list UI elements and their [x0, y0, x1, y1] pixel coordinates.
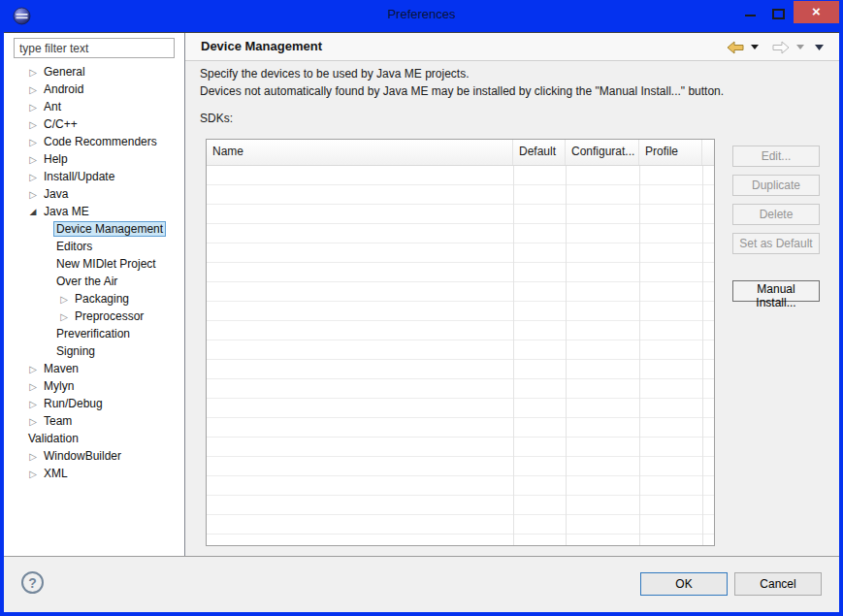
preferences-sidebar: ▷General▷Android▷Ant▷C/C++▷Code Recommen…	[4, 33, 185, 556]
collapsed-triangle-icon[interactable]: ▷	[25, 154, 41, 165]
sidebar-item-label: Help	[41, 151, 71, 167]
sidebar-item-java[interactable]: ▷Java	[4, 185, 183, 203]
sidebar-item-validation[interactable]: Validation	[4, 430, 183, 447]
grid-line	[639, 166, 640, 545]
ok-button[interactable]: OK	[640, 572, 728, 596]
filter-input[interactable]	[14, 38, 175, 58]
collapsed-triangle-icon[interactable]: ▷	[25, 119, 41, 130]
preferences-tree[interactable]: ▷General▷Android▷Ant▷C/C++▷Code Recommen…	[4, 63, 183, 556]
edit-button[interactable]: Edit...	[732, 146, 820, 167]
help-icon[interactable]: ?	[21, 571, 44, 594]
collapsed-triangle-icon[interactable]: ▷	[25, 189, 41, 200]
collapsed-triangle-icon[interactable]: ▷	[25, 469, 41, 479]
collapsed-triangle-icon[interactable]: ▷	[25, 451, 41, 462]
collapsed-triangle-icon[interactable]: ▷	[25, 381, 41, 392]
set-as-default-button[interactable]: Set as Default	[732, 233, 820, 254]
sidebar-item-label: Run/Debug	[41, 396, 106, 411]
column-header-empty	[702, 140, 714, 165]
sidebar-item-label: Preverification	[53, 326, 133, 341]
sidebar-item-label: Packaging	[72, 291, 132, 307]
sdk-table-body[interactable]	[207, 166, 714, 545]
sidebar-item-label: C/C++	[41, 116, 81, 132]
sidebar-item-preprocessor[interactable]: ▷Preprocessor	[4, 308, 183, 325]
sidebar-item-label: Preprocessor	[72, 308, 146, 324]
close-icon[interactable]: ×	[794, 1, 839, 23]
sidebar-item-label: Device Management	[53, 221, 166, 237]
sidebar-item-label: Code Recommenders	[41, 134, 160, 149]
sidebar-item-label: XML	[41, 466, 71, 481]
sidebar-item-preverification[interactable]: Preverification	[4, 325, 183, 342]
sidebar-item-install-update[interactable]: ▷Install/Update	[4, 168, 183, 185]
sidebar-item-general[interactable]: ▷General	[4, 63, 183, 81]
expanded-triangle-icon[interactable]: ◢	[25, 207, 41, 216]
collapsed-triangle-icon[interactable]: ▷	[25, 416, 41, 427]
title-bar[interactable]: Preferences ×	[0, 0, 843, 32]
dialog-content: ▷General▷Android▷Ant▷C/C++▷Code Recommen…	[4, 32, 839, 612]
sidebar-item-label: WindowBuilder	[41, 448, 124, 464]
view-menu-dropdown-icon[interactable]	[815, 45, 824, 50]
sidebar-item-team[interactable]: ▷Team	[4, 412, 183, 430]
column-header-default[interactable]: Default	[513, 140, 566, 165]
sidebar-item-code-recommenders[interactable]: ▷Code Recommenders	[4, 133, 183, 150]
sidebar-item-mylyn[interactable]: ▷Mylyn	[4, 377, 183, 395]
sidebar-item-label: Install/Update	[41, 169, 117, 184]
sidebar-item-packaging[interactable]: ▷Packaging	[4, 290, 183, 308]
sidebar-item-editors[interactable]: Editors	[4, 238, 183, 255]
cancel-button[interactable]: Cancel	[734, 572, 822, 596]
sdk-table-header: NameDefaultConfigurat...Profile	[207, 140, 714, 166]
description-line-2: Devices not automatically found by Java …	[200, 82, 724, 100]
sidebar-item-label: Java	[41, 186, 71, 202]
preference-page: Device Management	[185, 33, 839, 556]
collapsed-triangle-icon[interactable]: ▷	[25, 364, 41, 374]
sdk-table: NameDefaultConfigurat...Profile	[206, 139, 715, 546]
sidebar-item-windowbuilder[interactable]: ▷WindowBuilder	[4, 447, 183, 465]
sidebar-item-over-the-air[interactable]: Over the Air	[4, 273, 183, 290]
manual-install-button[interactable]: Manual Install...	[732, 280, 820, 302]
collapsed-triangle-icon[interactable]: ▷	[25, 84, 41, 95]
sdks-label: SDKs:	[200, 112, 233, 125]
sidebar-item-android[interactable]: ▷Android	[4, 81, 183, 98]
back-menu-dropdown-icon[interactable]	[751, 45, 759, 49]
sidebar-item-maven[interactable]: ▷Maven	[4, 360, 183, 377]
minimize-icon[interactable]	[745, 15, 756, 16]
sidebar-item-label: Over the Air	[53, 274, 120, 289]
page-header: Device Management	[185, 33, 839, 61]
sidebar-item-java-me[interactable]: ◢Java ME	[4, 203, 183, 220]
collapsed-triangle-icon[interactable]: ▷	[25, 67, 41, 78]
collapsed-triangle-icon[interactable]: ▷	[56, 294, 72, 305]
sidebar-item-label: New MIDlet Project	[53, 256, 159, 272]
duplicate-button[interactable]: Duplicate	[732, 175, 820, 196]
collapsed-triangle-icon[interactable]: ▷	[25, 137, 41, 147]
back-arrow-icon[interactable]	[727, 41, 744, 54]
sidebar-item-label: General	[41, 64, 88, 80]
forward-arrow-icon[interactable]	[772, 41, 790, 54]
sidebar-item-label: Mylyn	[41, 378, 77, 394]
column-header-profile[interactable]: Profile	[639, 140, 702, 165]
collapsed-triangle-icon[interactable]: ▷	[25, 399, 41, 409]
sidebar-item-label: Signing	[53, 343, 98, 359]
delete-button[interactable]: Delete	[732, 204, 820, 225]
page-description: Specify the devices to be used by Java M…	[200, 65, 724, 100]
sidebar-item-device-management[interactable]: Device Management	[4, 220, 183, 238]
collapsed-triangle-icon[interactable]: ▷	[25, 102, 41, 113]
maximize-icon[interactable]	[772, 9, 785, 19]
grid-line	[702, 166, 703, 545]
sidebar-item-c-c[interactable]: ▷C/C++	[4, 115, 183, 133]
page-body: Specify the devices to be used by Java M…	[185, 61, 839, 556]
sidebar-item-signing[interactable]: Signing	[4, 342, 183, 360]
sidebar-item-ant[interactable]: ▷Ant	[4, 98, 183, 115]
sidebar-item-label: Validation	[25, 431, 81, 446]
grid-line	[566, 166, 567, 545]
sidebar-item-help[interactable]: ▷Help	[4, 150, 183, 168]
column-header-name[interactable]: Name	[207, 140, 513, 165]
sidebar-item-run-debug[interactable]: ▷Run/Debug	[4, 395, 183, 412]
sidebar-item-label: Android	[41, 81, 86, 97]
sidebar-item-new-midlet-project[interactable]: New MIDlet Project	[4, 255, 183, 273]
column-header-configurat[interactable]: Configurat...	[566, 140, 639, 165]
grid-line	[513, 166, 514, 545]
collapsed-triangle-icon[interactable]: ▷	[56, 311, 72, 322]
collapsed-triangle-icon[interactable]: ▷	[25, 172, 41, 182]
sidebar-item-xml[interactable]: ▷XML	[4, 465, 183, 482]
forward-menu-dropdown-icon[interactable]	[796, 45, 804, 49]
window-title: Preferences	[0, 0, 843, 32]
